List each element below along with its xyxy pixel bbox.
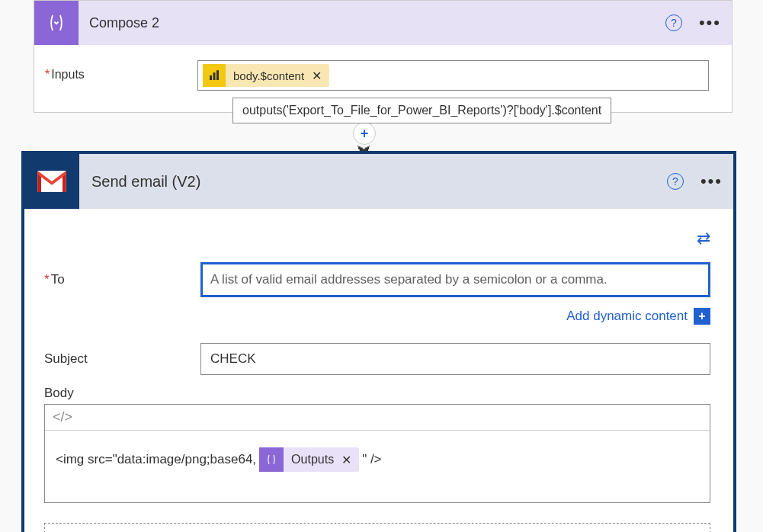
help-icon[interactable]: ?: [665, 14, 682, 31]
compose-icon: [34, 1, 79, 45]
add-dynamic-content-link[interactable]: Add dynamic content: [566, 309, 688, 324]
body-toolbar: </>: [45, 405, 710, 431]
add-dynamic-content-button[interactable]: +: [694, 308, 710, 325]
outputs-token-label: Outputs: [291, 453, 334, 466]
body-content[interactable]: <img src="data:image/png;base64, Outputs…: [45, 431, 710, 502]
remove-outputs-token-icon[interactable]: ✕: [341, 453, 351, 467]
compose-action-card: Compose 2 ? ••• *Inputs body.$content ✕: [34, 0, 733, 113]
body-prefix-text: <img src="data:image/png;base64,: [56, 452, 256, 467]
email-header[interactable]: Send email (V2) ? •••: [24, 154, 733, 209]
help-icon[interactable]: ?: [667, 173, 684, 190]
expression-tooltip: outputs('Export_To_File_for_Power_BI_Rep…: [232, 98, 611, 123]
add-step-button[interactable]: +: [353, 122, 376, 145]
inputs-label: *Inputs: [45, 60, 197, 82]
email-title: Send email (V2): [91, 173, 200, 191]
more-menu-icon[interactable]: •••: [699, 19, 721, 27]
inputs-field[interactable]: body.$content ✕: [197, 60, 709, 91]
powerbi-icon: [203, 64, 226, 87]
more-menu-icon[interactable]: •••: [700, 178, 723, 185]
subject-field[interactable]: CHECK: [200, 343, 710, 375]
to-field[interactable]: [200, 262, 710, 297]
send-email-action-card: Send email (V2) ? ••• ⇄ *To Add dynamic …: [21, 151, 736, 532]
compose-title: Compose 2: [89, 15, 159, 31]
svg-rect-2: [216, 70, 219, 80]
swap-connection-icon[interactable]: ⇄: [697, 229, 710, 248]
attachments-section[interactable]: Attachments Name - 1 ⧉: [44, 523, 710, 532]
compose-output-icon: [259, 447, 284, 472]
to-input[interactable]: [210, 264, 700, 295]
compose-header[interactable]: Compose 2 ? •••: [34, 1, 732, 45]
token-label: body.$content: [233, 69, 304, 82]
remove-token-icon[interactable]: ✕: [312, 69, 322, 83]
svg-rect-0: [210, 75, 212, 80]
gmail-icon: [24, 154, 79, 209]
powerbi-content-token[interactable]: body.$content ✕: [203, 64, 329, 87]
outputs-token[interactable]: Outputs ✕: [259, 447, 359, 472]
subject-value: CHECK: [210, 351, 256, 367]
body-editor: </> <img src="data:image/png;base64, Out…: [44, 404, 710, 503]
body-suffix-text: " />: [362, 452, 381, 467]
code-view-icon[interactable]: </>: [53, 409, 72, 425]
to-label: *To: [44, 272, 200, 287]
svg-rect-1: [213, 72, 216, 80]
body-label: Body: [44, 386, 710, 401]
subject-label: Subject: [44, 351, 200, 367]
